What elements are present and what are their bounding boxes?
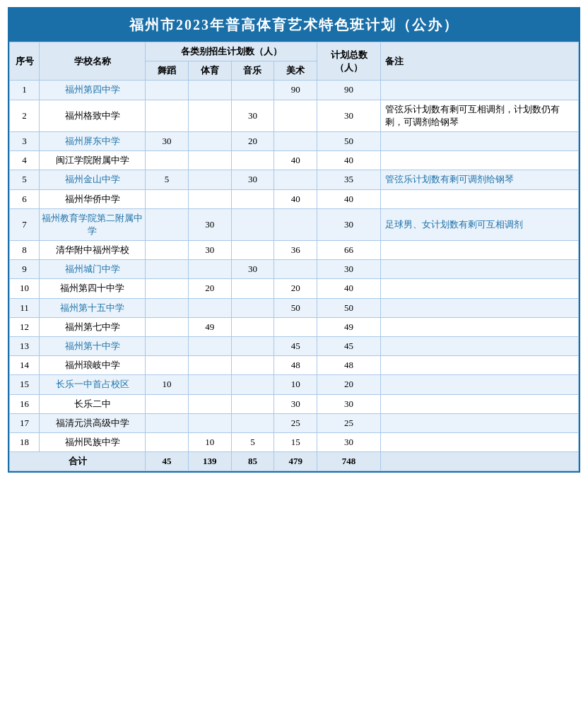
cell-total: 90 <box>317 81 381 100</box>
table-row: 5 福州金山中学 5 30 35 管弦乐计划数有剩可调剂给钢琴 <box>10 170 579 189</box>
cell-dance <box>146 189 189 208</box>
cell-note <box>381 131 579 150</box>
cell-total: 40 <box>317 151 381 170</box>
cell-music <box>231 356 274 375</box>
cell-sport <box>188 337 231 356</box>
cell-school: 福州格致中学 <box>40 100 146 131</box>
cell-seq: 15 <box>10 375 40 394</box>
total-music: 85 <box>231 452 274 471</box>
cell-sport <box>188 131 231 150</box>
cell-sport <box>188 356 231 375</box>
cell-sport <box>188 413 231 432</box>
cell-note: 足球男、女计划数有剩可互相调剂 <box>381 208 579 240</box>
header-sport: 体育 <box>188 61 231 81</box>
cell-art: 30 <box>274 394 317 413</box>
cell-total: 48 <box>317 356 381 375</box>
cell-sport: 20 <box>188 279 231 298</box>
cell-music <box>231 375 274 394</box>
cell-school: 清华附中福州学校 <box>40 241 146 260</box>
table-body: 1 福州第四中学 90 90 2 福州格致中学 30 30 管弦乐计划数有剩可互… <box>10 81 579 471</box>
cell-seq: 12 <box>10 317 40 336</box>
cell-seq: 13 <box>10 337 40 356</box>
cell-school: 福州第十五中学 <box>40 298 146 317</box>
cell-school: 长乐一中首占校区 <box>40 375 146 394</box>
table-row: 15 长乐一中首占校区 10 10 20 <box>10 375 579 394</box>
table-row: 17 福清元洪高级中学 25 25 <box>10 413 579 432</box>
cell-sport <box>188 394 231 413</box>
header-total: 计划总数（人） <box>317 42 381 81</box>
cell-music <box>231 279 274 298</box>
cell-music <box>231 298 274 317</box>
cell-sport <box>188 260 231 279</box>
cell-seq: 3 <box>10 131 40 150</box>
cell-school: 福州第四中学 <box>40 81 146 100</box>
cell-seq: 10 <box>10 279 40 298</box>
cell-total: 30 <box>317 432 381 451</box>
cell-music: 30 <box>231 100 274 131</box>
cell-note: 管弦乐计划数有剩可互相调剂，计划数仍有剩，可调剂给钢琴 <box>381 100 579 131</box>
table-row: 6 福州华侨中学 40 40 <box>10 189 579 208</box>
cell-dance <box>146 394 189 413</box>
cell-seq: 1 <box>10 81 40 100</box>
cell-art: 90 <box>274 81 317 100</box>
cell-total: 30 <box>317 100 381 131</box>
cell-music: 30 <box>231 170 274 189</box>
table-row: 18 福州民族中学 10 5 15 30 <box>10 432 579 451</box>
cell-art <box>274 170 317 189</box>
cell-total: 35 <box>317 170 381 189</box>
cell-art: 10 <box>274 375 317 394</box>
cell-seq: 8 <box>10 241 40 260</box>
total-note <box>381 452 579 471</box>
cell-music <box>231 337 274 356</box>
cell-seq: 18 <box>10 432 40 451</box>
cell-note <box>381 241 579 260</box>
cell-school: 福州琅岐中学 <box>40 356 146 375</box>
cell-art <box>274 131 317 150</box>
cell-dance <box>146 241 189 260</box>
cell-total: 40 <box>317 279 381 298</box>
cell-school: 福州华侨中学 <box>40 189 146 208</box>
cell-school: 闽江学院附属中学 <box>40 151 146 170</box>
cell-school: 福州第四十中学 <box>40 279 146 298</box>
cell-sport <box>188 298 231 317</box>
cell-note <box>381 260 579 279</box>
table-row: 12 福州第七中学 49 49 <box>10 317 579 336</box>
cell-music: 20 <box>231 131 274 150</box>
cell-note <box>381 189 579 208</box>
cell-school: 福州城门中学 <box>40 260 146 279</box>
cell-total: 45 <box>317 337 381 356</box>
cell-note <box>381 151 579 170</box>
cell-seq: 17 <box>10 413 40 432</box>
cell-seq: 16 <box>10 394 40 413</box>
cell-dance <box>146 413 189 432</box>
cell-dance: 5 <box>146 170 189 189</box>
cell-school: 福州民族中学 <box>40 432 146 451</box>
cell-note <box>381 337 579 356</box>
cell-school: 福州教育学院第二附属中学 <box>40 208 146 240</box>
cell-total: 30 <box>317 260 381 279</box>
cell-note <box>381 298 579 317</box>
cell-music <box>231 81 274 100</box>
total-label: 合计 <box>10 452 146 471</box>
cell-total: 30 <box>317 208 381 240</box>
cell-note <box>381 413 579 432</box>
table-row: 11 福州第十五中学 50 50 <box>10 298 579 317</box>
total-art: 479 <box>274 452 317 471</box>
cell-seq: 11 <box>10 298 40 317</box>
cell-dance <box>146 356 189 375</box>
table-row: 9 福州城门中学 30 30 <box>10 260 579 279</box>
cell-school: 长乐二中 <box>40 394 146 413</box>
table-row: 8 清华附中福州学校 30 36 66 <box>10 241 579 260</box>
cell-sport: 49 <box>188 317 231 336</box>
table-row: 14 福州琅岐中学 48 48 <box>10 356 579 375</box>
cell-dance <box>146 100 189 131</box>
header-school: 学校名称 <box>40 42 146 81</box>
cell-dance <box>146 337 189 356</box>
cell-art: 40 <box>274 189 317 208</box>
cell-total: 25 <box>317 413 381 432</box>
total-total: 748 <box>317 452 381 471</box>
cell-art <box>274 208 317 240</box>
main-container: 福州市2023年普高体育艺术特色班计划（公办） 序号 学校名称 各类别招生计划数… <box>8 7 580 473</box>
cell-dance <box>146 81 189 100</box>
cell-sport <box>188 170 231 189</box>
